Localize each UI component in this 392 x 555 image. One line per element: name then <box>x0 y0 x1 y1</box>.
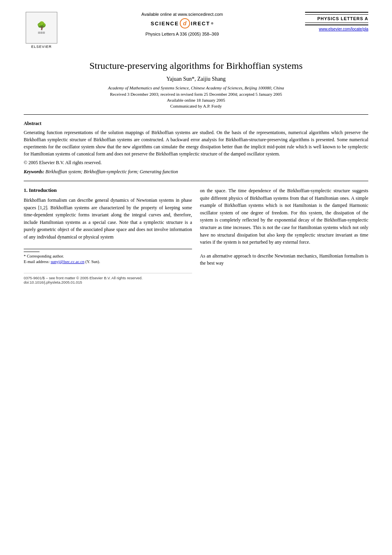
available-online: Available online 18 January 2005 <box>24 98 368 102</box>
email-label: E-mail address: <box>24 260 50 264</box>
email-suffix: (Y. Sun). <box>85 260 100 264</box>
footnote-email: E-mail address: sunyj@lsec.cc.ac.cn (Y. … <box>24 259 192 265</box>
bottom-bar: 0375-9601/$ – see front matter © 2005 El… <box>24 273 192 284</box>
abstract-title: Abstract <box>24 121 368 127</box>
right-header: PHYSICS LETTERS A www.elsevier.com/locat… <box>305 12 368 31</box>
header-line-bottom-thick <box>305 25 368 25</box>
abstract-section: Abstract Generating function representat… <box>24 121 368 175</box>
sciencedirect-logo: SCIENCE d IRECT ® <box>67 18 297 28</box>
registered-icon: ® <box>211 22 214 25</box>
available-online-text: Available online at www.sciencedirect.co… <box>67 12 297 17</box>
elsevier-logo: 🌳 ⊞⊞⊞ ELSEVIER <box>24 12 59 49</box>
journal-citation: Physics Letters A 336 (2005) 358–369 <box>67 32 297 36</box>
issn-line: 0375-9601/$ – see front matter © 2005 El… <box>24 276 192 280</box>
logo-image: 🌳 ⊞⊞⊞ <box>26 12 57 44</box>
footnote-divider <box>24 252 40 252</box>
journal-url[interactable]: www.elsevier.com/locate/pla <box>319 27 368 31</box>
affiliation: Academy of Mathematics and Systems Scien… <box>24 85 368 90</box>
left-column: 1. Introduction Birkhoffian formalism ca… <box>24 187 192 284</box>
authors: Yajuan Sun*, Zaijiu Shang <box>24 76 368 82</box>
logo-tree-icon: 🌳 <box>37 21 47 30</box>
keywords-label: Keywords: <box>24 169 44 174</box>
elsevier-label: ELSEVIER <box>31 45 52 49</box>
journal-title-right: PHYSICS LETTERS A <box>317 16 368 21</box>
abstract-divider <box>24 181 368 181</box>
title-section: Structure-preserving algorithms for Birk… <box>24 61 368 108</box>
science-text: SCIENCE <box>151 21 179 27</box>
copyright-text: © 2005 Elsevier B.V. All rights reserved… <box>24 160 368 166</box>
two-column-body: 1. Introduction Birkhoffian formalism ca… <box>24 187 368 284</box>
article-title: Structure-preserving algorithms for Birk… <box>24 61 368 71</box>
header-line-mid <box>305 23 368 23</box>
section1-right-text: on the space. The time dependence of the… <box>200 187 368 246</box>
header-line-top-thick <box>305 12 368 13</box>
title-divider <box>24 114 368 115</box>
doi-line: doi:10.1016/j.physleta.2005.01.015 <box>24 280 192 284</box>
direct-text: IRECT <box>191 21 210 27</box>
section1-left-text: Birkhoffian formalism can describe gener… <box>24 197 192 241</box>
received-dates: Received 3 December 2003; received in re… <box>24 92 368 97</box>
email-address[interactable]: sunyj@lsec.cc.ac.cn <box>51 260 84 264</box>
section1-right-text-2: As an alternative approach to describe N… <box>200 252 368 267</box>
header: 🌳 ⊞⊞⊞ ELSEVIER Available online at www.s… <box>24 12 368 49</box>
header-line-top <box>305 14 368 15</box>
keywords: Keywords: Birkhoffian system; Birkhoffia… <box>24 169 368 175</box>
sd-circle-icon: d <box>180 18 190 28</box>
footnote-corresponding: * Corresponding author. <box>24 254 192 260</box>
abstract-text: Generating function representations of t… <box>24 129 368 157</box>
keywords-text: Birkhoffian system; Birkhoffian-symplect… <box>45 169 178 174</box>
page: 🌳 ⊞⊞⊞ ELSEVIER Available online at www.s… <box>0 0 392 555</box>
communicated-by: Communicated by A.P. Fordy <box>24 104 368 108</box>
center-header: Available online at www.sciencedirect.co… <box>59 12 305 36</box>
footnote-area: * Corresponding author. E-mail address: … <box>24 249 192 265</box>
right-column: on the space. The time dependence of the… <box>200 187 368 284</box>
section1-title: 1. Introduction <box>24 187 192 193</box>
